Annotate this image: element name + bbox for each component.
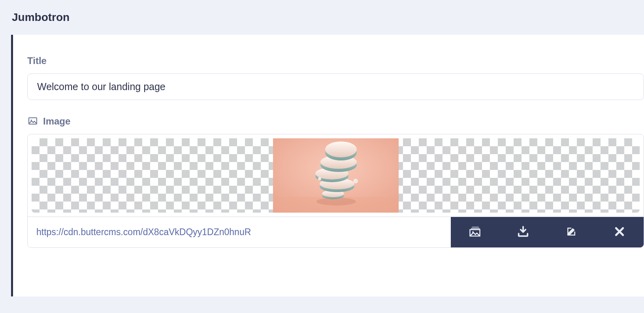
svg-rect-0 — [29, 118, 37, 124]
image-url-input[interactable] — [28, 217, 451, 247]
jumbotron-panel: Title Image — [11, 35, 644, 296]
svg-point-15 — [353, 179, 358, 183]
image-action-bar — [451, 217, 644, 247]
svg-rect-18 — [471, 228, 480, 229]
image-icon — [27, 117, 38, 126]
image-field: Image — [27, 116, 644, 248]
download-icon — [517, 226, 529, 239]
image-thumbnail — [273, 138, 399, 213]
edit-button[interactable] — [547, 217, 595, 247]
download-button[interactable] — [499, 217, 547, 247]
image-label-text: Image — [43, 116, 70, 127]
image-label: Image — [27, 116, 644, 127]
image-preview[interactable] — [32, 138, 640, 213]
close-icon — [614, 226, 625, 239]
title-label-text: Title — [27, 55, 47, 66]
svg-point-16 — [318, 177, 321, 180]
remove-button[interactable] — [595, 217, 644, 247]
image-field-wrapper — [27, 134, 644, 248]
section-title: Jumbotron — [0, 0, 644, 35]
image-url-row — [28, 217, 644, 247]
media-library-button[interactable] — [451, 217, 499, 247]
edit-icon — [565, 226, 577, 239]
title-field: Title — [27, 55, 644, 100]
svg-point-14 — [325, 141, 357, 157]
media-library-icon — [469, 226, 481, 239]
title-label: Title — [27, 55, 644, 66]
title-input[interactable] — [27, 74, 644, 100]
svg-rect-17 — [472, 227, 479, 228]
